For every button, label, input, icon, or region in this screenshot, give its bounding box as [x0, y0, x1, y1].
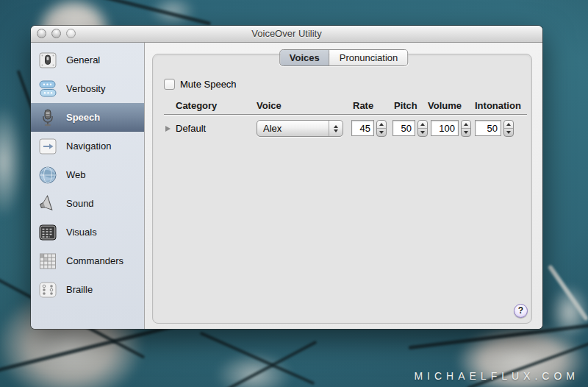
voiceover-utility-window: VoiceOver Utility General Verbosity S	[31, 26, 542, 329]
column-header-volume: Volume	[428, 100, 462, 111]
stepper-down-icon[interactable]	[504, 129, 513, 136]
sidebar-item-sound[interactable]: Sound	[31, 189, 144, 218]
intonation-field[interactable]: 50	[475, 120, 501, 136]
voices-groupbox: Mute Speech Category Voice Rate Pitch Vo…	[152, 54, 532, 324]
stepper-up-icon[interactable]	[504, 121, 513, 129]
tab-pronunciation[interactable]: Pronunciation	[330, 50, 408, 65]
sidebar-item-label: Verbosity	[66, 83, 105, 94]
general-icon	[37, 50, 58, 71]
sidebar-item-label: General	[66, 54, 100, 65]
verbosity-icon	[37, 79, 58, 99]
window-title: VoiceOver Utility	[31, 26, 542, 42]
voice-select[interactable]: Alex	[257, 120, 343, 137]
sidebar-item-speech[interactable]: Speech	[31, 103, 144, 132]
speech-icon	[37, 107, 58, 128]
sidebar-item-navigation[interactable]: Navigation	[31, 132, 144, 160]
header-divider	[164, 114, 527, 115]
intonation-stepper[interactable]	[503, 120, 514, 137]
sidebar-item-label: Braille	[66, 284, 93, 295]
watermark: MICHAELFLUX.COM	[414, 370, 579, 382]
pitch-stepper[interactable]	[417, 120, 428, 137]
zoom-button[interactable]	[66, 29, 76, 38]
popup-arrows-icon	[329, 121, 343, 136]
sidebar-item-label: Sound	[66, 198, 94, 209]
sidebar-item-verbosity[interactable]: Verbosity	[31, 74, 144, 103]
sidebar-item-label: Web	[66, 169, 86, 180]
speech-pane: Voices Pronunciation Mute Speech Categor…	[145, 43, 542, 329]
mute-speech-row: Mute Speech	[164, 79, 237, 90]
navigation-icon	[37, 136, 58, 157]
sidebar-item-web[interactable]: Web	[31, 160, 144, 189]
stepper-up-icon[interactable]	[462, 121, 470, 129]
sidebar-item-braille[interactable]: Braille	[31, 275, 144, 304]
sidebar-item-label: Speech	[66, 112, 100, 123]
sidebar-item-label: Commanders	[66, 255, 123, 266]
column-header-voice: Voice	[257, 100, 282, 111]
column-header-category: Category	[176, 100, 217, 111]
stepper-up-icon[interactable]	[418, 121, 427, 129]
column-header-rate: Rate	[353, 100, 373, 111]
sidebar-item-visuals[interactable]: Visuals	[31, 218, 144, 246]
titlebar[interactable]: VoiceOver Utility	[31, 26, 542, 43]
help-button[interactable]: ?	[514, 304, 528, 318]
close-button[interactable]	[37, 29, 46, 38]
visuals-icon	[37, 222, 58, 243]
voices-pronunciation-tabs: Voices Pronunciation	[279, 49, 408, 66]
stepper-down-icon[interactable]	[462, 129, 470, 136]
column-header-pitch: Pitch	[394, 100, 417, 111]
web-icon	[37, 165, 58, 185]
window-controls	[37, 29, 76, 38]
mute-speech-label: Mute Speech	[180, 79, 237, 90]
braille-icon	[37, 280, 58, 300]
voice-select-value: Alex	[257, 123, 329, 134]
disclosure-triangle-icon[interactable]	[165, 126, 171, 132]
category-value: Default	[176, 123, 206, 134]
sound-icon	[37, 194, 58, 214]
stepper-down-icon[interactable]	[377, 129, 386, 136]
sidebar-item-commanders[interactable]: Commanders	[31, 246, 144, 275]
sidebar-item-label: Visuals	[66, 227, 97, 238]
sidebar-item-label: Navigation	[66, 141, 111, 152]
mute-speech-checkbox[interactable]	[164, 79, 175, 90]
commanders-icon	[37, 251, 58, 271]
rate-field[interactable]: 45	[351, 120, 374, 136]
rate-stepper[interactable]	[376, 120, 387, 137]
stepper-up-icon[interactable]	[377, 121, 386, 129]
sidebar-item-general[interactable]: General	[31, 46, 144, 74]
volume-field[interactable]: 100	[431, 120, 459, 136]
column-header-intonation: Intonation	[475, 100, 521, 111]
sidebar: General Verbosity Speech Navigation	[31, 43, 145, 329]
minimize-button[interactable]	[51, 29, 61, 38]
stepper-down-icon[interactable]	[418, 129, 427, 136]
tab-voices[interactable]: Voices	[280, 50, 330, 65]
pitch-field[interactable]: 50	[392, 120, 415, 136]
volume-stepper[interactable]	[461, 120, 471, 137]
table-row-default: Default Alex 45 50 100	[153, 120, 531, 138]
